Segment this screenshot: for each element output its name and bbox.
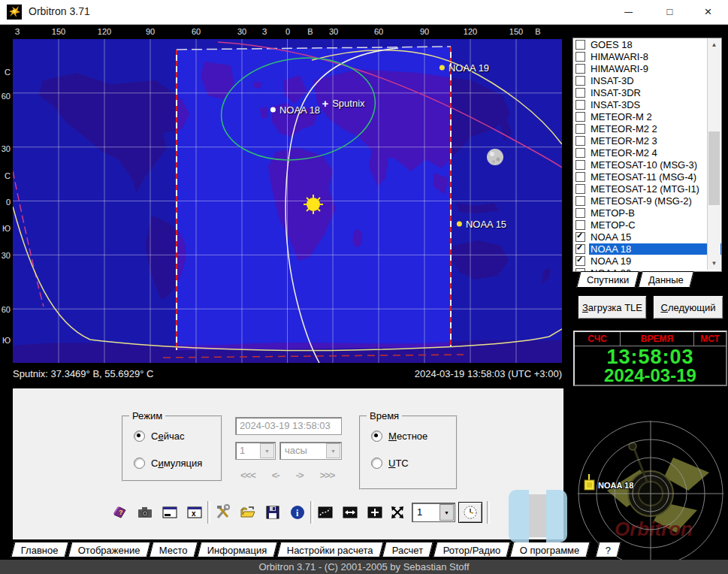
satellite-checkbox[interactable] [575, 160, 585, 170]
scrollbar-thumb[interactable] [708, 131, 720, 205]
satellite-checkbox[interactable] [575, 196, 585, 206]
scroll-up-icon[interactable]: ▲ [708, 38, 720, 51]
map-add-window-icon[interactable] [366, 503, 384, 521]
satellite-checkbox[interactable]: ✓ [575, 232, 585, 242]
load-tle-button[interactable]: Загрузка TLE [578, 295, 647, 319]
radio-option-Симуляция[interactable]: Симуляция [134, 458, 202, 469]
radio-icon[interactable] [134, 458, 145, 469]
chevron-down-icon[interactable]: ▼ [440, 504, 454, 521]
tab-О программе[interactable]: О программе [510, 542, 591, 557]
satellite-checkbox[interactable] [575, 148, 585, 158]
tab-label: Информация [207, 545, 267, 556]
satellite-row[interactable]: HIMAWARI-9 [573, 62, 721, 74]
tab-Спутники[interactable]: Спутники [576, 271, 639, 288]
satellite-row[interactable]: METEOR-M2 4 [573, 147, 721, 159]
chevron-down-icon[interactable]: ▼ [326, 443, 340, 458]
satellite-checkbox[interactable] [575, 100, 585, 110]
satellite-row[interactable]: ✓NOAA 18 [573, 243, 721, 255]
step-unit-select[interactable]: часы ▼ [279, 442, 342, 460]
satellite-checkbox[interactable] [575, 88, 585, 98]
fullscreen-arrows-icon[interactable] [388, 503, 406, 521]
map-width-window-icon[interactable] [341, 503, 359, 521]
time-step-arrow[interactable]: <- [272, 470, 279, 481]
camera-icon[interactable] [136, 503, 154, 521]
satellite-checkbox[interactable] [575, 208, 585, 218]
open-folder-icon[interactable] [239, 503, 257, 521]
satellite-checkbox[interactable] [575, 220, 585, 230]
scroll-down-icon[interactable]: ▼ [708, 257, 720, 270]
radio-icon[interactable] [371, 458, 382, 469]
next-pass-button[interactable]: Следующий [653, 295, 723, 319]
radio-icon[interactable] [134, 430, 145, 442]
chevron-down-icon[interactable]: ▼ [260, 443, 274, 458]
satellite-row[interactable]: INSAT-3D [573, 74, 721, 86]
satellite-row[interactable]: METEOR-M2 2 [573, 122, 721, 134]
radio-option-Местное[interactable]: Местное [371, 430, 427, 442]
satellite-checkbox[interactable]: ✓ [575, 256, 585, 266]
tab-Настройки расчета[interactable]: Настройки расчета [276, 542, 383, 557]
tab-Место[interactable]: Место [150, 542, 198, 557]
radio-icon[interactable] [371, 430, 382, 442]
satellite-row[interactable]: METOP-B [573, 207, 721, 219]
satellite-checkbox[interactable]: ✓ [575, 244, 585, 254]
satellite-row[interactable]: ✓NOAA 15 [573, 231, 721, 243]
time-step-arrow[interactable]: >>> [320, 470, 335, 481]
radio-option-Сейчас[interactable]: Сейчас [134, 430, 184, 442]
tab-Главное[interactable]: Главное [11, 542, 68, 557]
window-minimize-map-icon[interactable] [161, 503, 179, 521]
satellite-checkbox[interactable] [575, 172, 585, 182]
tools-icon[interactable] [214, 503, 232, 521]
satellite-row[interactable]: METEOSAT-9 (MSG-2) [573, 195, 721, 207]
satellite-row[interactable]: METOP-C [573, 219, 721, 231]
satellite-row[interactable]: METEOSAT-10 (MSG-3) [573, 159, 721, 171]
tab-Данные[interactable]: Данные [639, 271, 694, 288]
satellite-name: METEOSAT-9 (MSG-2) [589, 195, 721, 207]
satellite-checkbox[interactable] [575, 124, 585, 134]
save-icon[interactable] [264, 503, 282, 521]
satellite-checkbox[interactable] [575, 136, 585, 146]
radio-option-UTC[interactable]: UTC [371, 458, 409, 469]
tab-Расчет[interactable]: Расчет [382, 542, 434, 557]
step-value-select[interactable]: 1 ▼ [235, 442, 276, 460]
longitude-label: В [535, 27, 540, 36]
satellite-checkbox[interactable] [575, 64, 585, 74]
satellite-row[interactable]: HIMAWARI-8 [573, 50, 721, 62]
satellite-checkbox[interactable] [575, 184, 585, 194]
tab-help[interactable]: ? [595, 542, 621, 557]
satellite-name: NOAA 18 [589, 243, 721, 255]
tab-Ротор/Радио[interactable]: Ротор/Радио [433, 542, 511, 557]
satellite-row[interactable]: ✓NOAA 19 [573, 255, 721, 267]
satellite-row[interactable]: METEOR-M 2 [573, 110, 721, 122]
minimize-button[interactable]: ─ [612, 0, 645, 23]
satellite-row[interactable]: GOES 18 [573, 38, 721, 50]
time-step-arrow[interactable]: <<< [240, 470, 255, 481]
satellite-row[interactable]: METEOSAT-11 (MSG-4) [573, 171, 721, 183]
radio-label: UTC [388, 458, 409, 469]
satellite-name: NOAA 19 [589, 255, 721, 267]
info-icon[interactable]: i [288, 503, 307, 521]
clock-button[interactable] [458, 502, 482, 523]
time-step-arrow[interactable]: -> [296, 470, 304, 481]
window-close-map-icon[interactable]: x [186, 503, 204, 521]
satellite-list-scrollbar[interactable]: ▲ ▼ [707, 38, 720, 270]
world-map[interactable] [13, 39, 562, 363]
satellite-checkbox[interactable] [575, 112, 585, 122]
map-track-window-icon[interactable] [316, 503, 334, 521]
satellite-checkbox[interactable] [575, 76, 585, 86]
satellite-row[interactable]: METEOSAT-12 (MTG-I1) [573, 183, 721, 195]
satellite-row[interactable]: INSAT-3DR [573, 86, 721, 98]
satellite-list[interactable]: GOES 18HIMAWARI-8HIMAWARI-9INSAT-3DINSAT… [572, 38, 722, 272]
zoom-select[interactable]: 1 ▼ [412, 503, 455, 522]
satellite-checkbox[interactable] [575, 40, 585, 50]
satellite-row[interactable]: METEOR-M2 3 [573, 134, 721, 147]
tab-label: Расчет [392, 545, 423, 556]
close-button[interactable]: × [691, 0, 725, 23]
datetime-field[interactable]: 2024-03-19 13:58:03 [235, 417, 342, 435]
help-book-icon[interactable]: ? [111, 503, 129, 521]
satellite-row[interactable]: INSAT-3DS [573, 98, 721, 110]
tab-label: Настройки расчета [286, 545, 373, 556]
satellite-checkbox[interactable] [575, 52, 585, 62]
tab-Информация[interactable]: Информация [197, 542, 277, 557]
maximize-button[interactable]: □ [653, 0, 687, 23]
tab-Отображение[interactable]: Отображение [68, 542, 150, 557]
